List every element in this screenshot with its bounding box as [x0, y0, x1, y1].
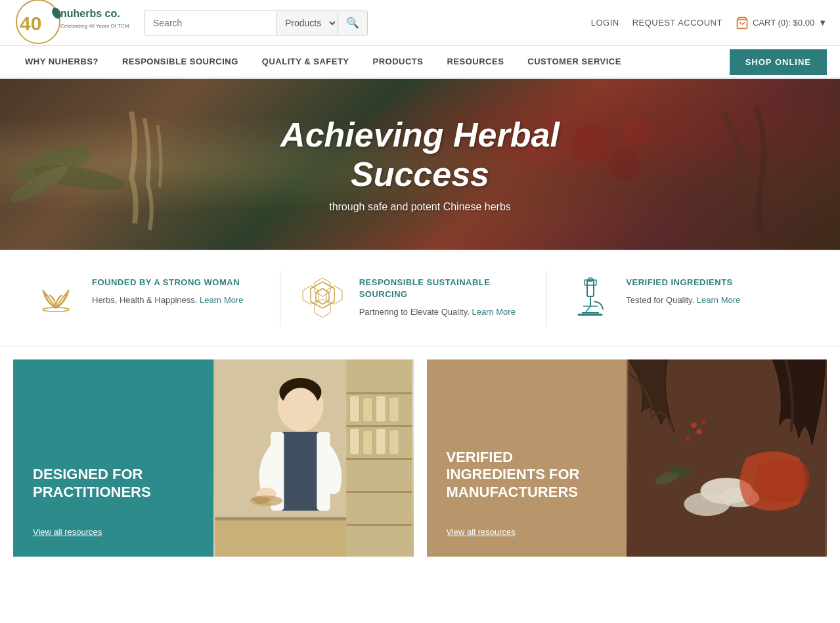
card-manufacturers-title: VERIFIEDINGREDIENTS FORMANUFACTURERS — [447, 449, 608, 501]
svg-text:nuherbs co.: nuherbs co. — [60, 8, 120, 19]
feature-founded-link[interactable]: Learn More — [200, 295, 243, 305]
hero-title: Achieving HerbalSuccess — [280, 116, 560, 195]
request-account-link[interactable]: REQUEST ACCOUNT — [632, 18, 722, 28]
cart-button[interactable]: CART (0): $0.00 ▼ — [736, 16, 827, 30]
search-button[interactable]: 🔍 — [338, 11, 367, 35]
nav-why-nuherbs[interactable]: WHY NUHERBS? — [13, 45, 110, 78]
nav-resources[interactable]: RESOURCES — [435, 45, 516, 78]
svg-point-10 — [608, 148, 640, 181]
svg-marker-15 — [315, 278, 330, 296]
feature-founded-icon — [33, 277, 79, 316]
svg-rect-31 — [346, 458, 412, 460]
svg-rect-36 — [376, 396, 386, 422]
svg-text:40: 40 — [20, 12, 41, 34]
feature-founded-content: FOUNDED BY A STRONG WOMAN Herbs, Health … — [92, 277, 260, 307]
top-right-actions: LOGIN REQUEST ACCOUNT CART (0): $0.00 ▼ — [591, 16, 827, 30]
svg-point-61 — [686, 436, 690, 440]
cart-icon — [736, 16, 749, 30]
feature-sourcing-desc: Partnering to Elevate Quality. Learn Mor… — [359, 306, 527, 319]
card-manufacturers-image — [627, 359, 827, 557]
feature-sourcing-icon — [300, 277, 346, 319]
svg-rect-30 — [346, 425, 412, 427]
svg-rect-47 — [280, 432, 320, 511]
svg-rect-38 — [349, 428, 359, 455]
card-practitioners-left: DESIGNED FORPRACTITIONERS View all resou… — [13, 359, 213, 557]
svg-rect-41 — [389, 430, 399, 455]
svg-point-44 — [282, 388, 319, 430]
svg-rect-32 — [346, 491, 412, 493]
feature-founded-title: FOUNDED BY A STRONG WOMAN — [92, 277, 260, 288]
nav-responsible-sourcing[interactable]: RESPONSIBLE SOURCING — [110, 45, 250, 78]
nav-quality-safety[interactable]: QUALITY & SAFETY — [250, 45, 361, 78]
feature-verified: VERIFIED INGREDIENTS Tested for Quality.… — [547, 270, 814, 326]
logo-image: 40 nuherbs co. Celebrating 40 Years Of T… — [13, 0, 138, 45]
card-manufacturers-link[interactable]: View all resources — [447, 527, 608, 537]
svg-rect-52 — [215, 517, 346, 520]
svg-text:Celebrating 40 Years Of TCM: Celebrating 40 Years Of TCM — [60, 23, 129, 29]
card-practitioners-title: DESIGNED FORPRACTITIONERS — [33, 466, 194, 501]
feature-sourcing-title: RESPONSIBLE SUSTAINABLE SOURCING — [359, 277, 527, 300]
hero-section: Achieving HerbalSuccess through safe and… — [0, 79, 840, 250]
lotus-icon — [36, 277, 76, 316]
card-manufacturers: VERIFIEDINGREDIENTS FORMANUFACTURERS Vie… — [427, 359, 828, 557]
search-category-select[interactable]: Products — [276, 11, 338, 35]
microscope-icon — [569, 277, 611, 319]
svg-rect-33 — [346, 524, 412, 526]
shop-online-button[interactable]: SHOP ONLINE — [730, 49, 827, 75]
svg-rect-19 — [587, 280, 594, 296]
svg-point-11 — [624, 118, 650, 145]
search-input[interactable] — [145, 11, 276, 35]
nav-customer-service[interactable]: CUSTOMER SERVICE — [516, 45, 633, 78]
feature-verified-link[interactable]: Learn More — [697, 295, 740, 305]
svg-point-58 — [692, 423, 697, 428]
top-bar: 40 nuherbs co. Celebrating 40 Years Of T… — [0, 0, 840, 46]
feature-founded: FOUNDED BY A STRONG WOMAN Herbs, Health … — [26, 270, 280, 326]
svg-point-59 — [702, 420, 706, 424]
feature-sourcing: RESPONSIBLE SUSTAINABLE SOURCING Partner… — [280, 270, 548, 326]
nav-links: WHY NUHERBS? RESPONSIBLE SOURCING QUALIT… — [13, 45, 730, 78]
hero-text: Achieving HerbalSuccess through safe and… — [280, 116, 560, 213]
feature-sourcing-link[interactable]: Learn More — [472, 307, 515, 317]
practitioner-illustration — [213, 359, 414, 557]
login-link[interactable]: LOGIN — [591, 18, 619, 28]
svg-rect-37 — [389, 397, 399, 422]
hexagon-icon — [301, 277, 344, 319]
card-practitioners-image — [213, 359, 414, 557]
card-practitioners-link[interactable]: View all resources — [33, 527, 194, 537]
logo[interactable]: 40 nuherbs co. Celebrating 40 Years Of T… — [13, 0, 144, 47]
cards-section: DESIGNED FORPRACTITIONERS View all resou… — [0, 346, 840, 570]
svg-rect-34 — [349, 396, 359, 422]
card-manufacturers-left: VERIFIEDINGREDIENTS FORMANUFACTURERS Vie… — [427, 359, 627, 557]
feature-verified-content: VERIFIED INGREDIENTS Tested for Quality.… — [626, 277, 794, 307]
feature-sourcing-content: RESPONSIBLE SUSTAINABLE SOURCING Partner… — [359, 277, 527, 319]
features-strip: FOUNDED BY A STRONG WOMAN Herbs, Health … — [0, 250, 840, 346]
svg-rect-53 — [215, 520, 346, 557]
nav-products[interactable]: PRODUCTS — [361, 45, 435, 78]
feature-verified-icon — [567, 277, 613, 319]
feature-founded-desc: Herbs, Health & Happiness. Learn More — [92, 294, 260, 307]
hero-subtitle: through safe and potent Chinese herbs — [280, 201, 560, 213]
main-nav: WHY NUHERBS? RESPONSIBLE SOURCING QUALIT… — [0, 46, 840, 79]
cart-label: CART (0): $0.00 — [753, 18, 814, 28]
svg-line-24 — [585, 306, 590, 313]
svg-rect-35 — [363, 398, 372, 422]
svg-point-60 — [697, 429, 702, 434]
svg-rect-20 — [585, 280, 596, 285]
svg-rect-29 — [346, 392, 412, 394]
herbs-illustration — [627, 359, 827, 557]
svg-rect-40 — [376, 428, 386, 455]
svg-rect-39 — [363, 430, 372, 455]
feature-verified-title: VERIFIED INGREDIENTS — [626, 277, 794, 288]
search-bar: Products 🔍 — [144, 11, 368, 35]
feature-verified-desc: Tested for Quality. Learn More — [626, 294, 794, 307]
svg-point-9 — [571, 125, 611, 164]
card-practitioners: DESIGNED FORPRACTITIONERS View all resou… — [13, 359, 414, 557]
cart-dropdown-icon: ▼ — [818, 18, 827, 28]
